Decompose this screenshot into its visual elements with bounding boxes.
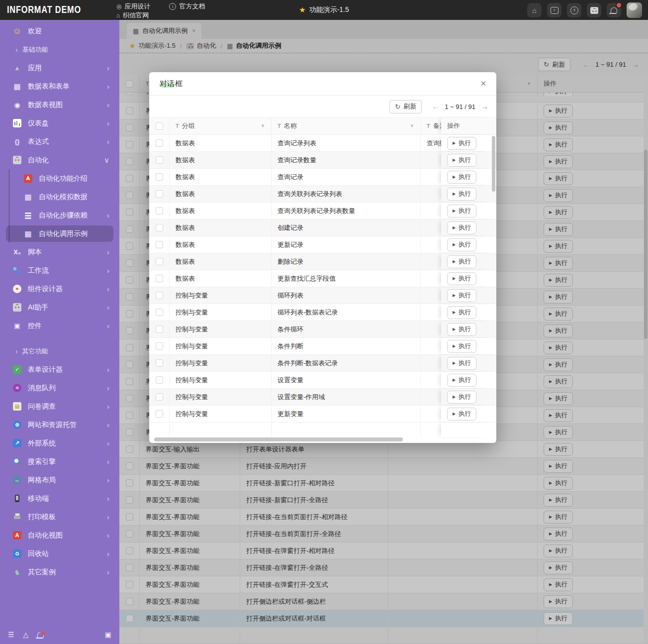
column-dropdown-icon[interactable]: ▼ bbox=[410, 123, 414, 128]
sidebar-item[interactable]: ▦ 自动化调用示例 bbox=[0, 224, 119, 243]
nav-official-docs[interactable]: i 官方文档 bbox=[169, 2, 205, 11]
table-row[interactable]: 控制与变量 循环列表-数据表记录 ▶ 执行 bbox=[149, 304, 496, 321]
sidebar-item[interactable]: 打印模板 › bbox=[0, 508, 119, 526]
execute-button[interactable]: ▶ 执行 bbox=[447, 340, 476, 353]
refresh-button[interactable]: ↻ 刷新 bbox=[389, 100, 422, 113]
row-checkbox[interactable] bbox=[156, 190, 163, 198]
nav-official-site[interactable]: ⌂ 织信官网 bbox=[116, 11, 149, 20]
table-row[interactable]: 数据表 更新查找汇总字段值 ▶ 执行 bbox=[149, 270, 496, 287]
sidebar-item[interactable]: ⊕ 网站和资源托管 › bbox=[0, 416, 119, 434]
sidebar-item[interactable]: A 自动化功能介绍 bbox=[0, 169, 119, 188]
execute-button[interactable]: ▶ 执行 bbox=[447, 188, 476, 201]
sidebar-item[interactable]: 移动端 › bbox=[0, 489, 119, 508]
row-checkbox[interactable] bbox=[156, 325, 163, 333]
sidebar-item[interactable]: ✓ 表单设计器 › bbox=[0, 360, 119, 379]
column-dropdown-icon[interactable]: ▼ bbox=[261, 123, 265, 128]
sidebar-item[interactable]: AI助手 › bbox=[0, 298, 119, 317]
execute-button[interactable]: ▶ 执行 bbox=[447, 408, 476, 421]
assistant-button[interactable] bbox=[587, 3, 601, 17]
sidebar-item[interactable]: A 自动化视图 › bbox=[0, 526, 119, 544]
row-checkbox[interactable] bbox=[156, 376, 163, 384]
table-row[interactable]: 控制与变量 更新变量 ▶ 执行 bbox=[149, 406, 496, 423]
table-row[interactable]: 数据表 查询记录列表 查询数据 ▶ 执行 bbox=[149, 135, 496, 152]
table-row[interactable]: ▶ 执行 bbox=[149, 423, 496, 437]
row-checkbox[interactable] bbox=[156, 207, 163, 215]
sidebar-item[interactable]: {} 表达式 › bbox=[0, 132, 119, 151]
row-checkbox[interactable] bbox=[156, 275, 163, 282]
row-checkbox[interactable] bbox=[156, 241, 163, 248]
menu-icon[interactable]: ☰ bbox=[8, 631, 14, 639]
sidebar-item[interactable]: ▦ 自动化模拟数据 bbox=[0, 188, 119, 206]
sidebar-item[interactable]: ▲ 应用 › bbox=[0, 59, 119, 77]
sidebar-item[interactable]: ↔ 网格布局 › bbox=[0, 471, 119, 489]
help-button[interactable]: ? bbox=[567, 3, 581, 17]
row-checkbox[interactable] bbox=[156, 139, 163, 147]
table-row[interactable]: 数据表 查询记录数量 ▶ 执行 bbox=[149, 152, 496, 169]
select-all-checkbox[interactable] bbox=[156, 122, 163, 130]
row-checkbox[interactable] bbox=[156, 292, 163, 299]
table-row[interactable]: 数据表 更新记录 ▶ 执行 bbox=[149, 236, 496, 253]
execute-button[interactable]: ▶ 执行 bbox=[447, 255, 476, 268]
home-button[interactable]: ⌂ bbox=[527, 3, 542, 17]
row-checkbox[interactable] bbox=[156, 410, 163, 418]
table-row[interactable]: 数据表 查询记录 ▶ 执行 bbox=[149, 169, 496, 186]
sidebar-item[interactable]: ✦ 组件设计器 › bbox=[0, 280, 119, 298]
next-page-icon[interactable]: → bbox=[481, 103, 488, 110]
sidebar-item[interactable]: 自动化 ∨ bbox=[0, 151, 119, 169]
execute-button[interactable]: ▶ 执行 bbox=[447, 137, 476, 150]
collapse-panel-icon[interactable]: ▣ bbox=[105, 631, 111, 639]
execute-button[interactable]: ▶ 执行 bbox=[447, 171, 476, 184]
table-row[interactable]: 数据表 删除记录 ▶ 执行 bbox=[149, 253, 496, 270]
scrollbar-thumb[interactable] bbox=[492, 136, 495, 192]
nav-app-design[interactable]: ◎ 应用设计 bbox=[116, 2, 150, 11]
row-checkbox[interactable] bbox=[156, 173, 163, 181]
sidebar-item[interactable]: ◉ 数据表视图 › bbox=[0, 96, 119, 114]
row-checkbox[interactable] bbox=[156, 342, 163, 350]
sidebar-item[interactable]: 搜索引擎 › bbox=[0, 452, 119, 471]
sidebar-item[interactable]: ▣ 控件 › bbox=[0, 317, 119, 335]
execute-button[interactable]: ▶ 执行 bbox=[447, 238, 476, 251]
sidebar-item[interactable]: ♞ 其它案例 › bbox=[0, 563, 119, 581]
table-row[interactable]: 控制与变量 设置变量-作用域 ▶ 执行 bbox=[149, 389, 496, 406]
execute-button[interactable]: ▶ 执行 bbox=[447, 221, 476, 234]
table-row[interactable]: 数据表 查询关联列表记录列表数量 ▶ 执行 bbox=[149, 203, 496, 219]
table-row[interactable]: 数据表 查询关联列表记录列表 ▶ 执行 bbox=[149, 186, 496, 203]
execute-button[interactable]: ▶ 执行 bbox=[447, 357, 476, 370]
row-checkbox[interactable] bbox=[156, 224, 163, 231]
row-checkbox[interactable] bbox=[156, 156, 163, 164]
sidebar-item[interactable]: › 其它功能 bbox=[0, 342, 119, 360]
table-row[interactable]: 控制与变量 条件判断 ▶ 执行 bbox=[149, 338, 496, 355]
row-checkbox[interactable] bbox=[156, 309, 163, 316]
vertical-scrollbar[interactable] bbox=[492, 118, 495, 436]
user-avatar[interactable] bbox=[627, 2, 642, 18]
sidebar-item[interactable]: 工作流 › bbox=[0, 261, 119, 280]
row-checkbox[interactable] bbox=[156, 258, 163, 265]
table-row[interactable]: 控制与变量 循环列表 ▶ 执行 bbox=[149, 287, 496, 304]
execute-button[interactable]: ▶ 执行 bbox=[447, 391, 476, 404]
sidebar-item[interactable]: ≈ 消息队列 › bbox=[0, 379, 119, 397]
execute-button[interactable]: ▶ 执行 bbox=[447, 374, 476, 387]
sidebar-item[interactable]: ☺ 欢迎 bbox=[0, 22, 119, 40]
notifications-button[interactable] bbox=[607, 3, 621, 17]
row-checkbox[interactable] bbox=[156, 393, 163, 401]
sidebar-item[interactable]: ▦ 数据表和表单 › bbox=[0, 77, 119, 96]
sidebar-item[interactable]: X₂ 脚本 › bbox=[0, 243, 119, 261]
table-row[interactable]: 控制与变量 条件循环 ▶ 执行 bbox=[149, 321, 496, 338]
close-icon[interactable]: ✕ bbox=[480, 79, 486, 88]
execute-button[interactable]: ▶ 执行 bbox=[447, 306, 476, 319]
scrollbar-thumb[interactable] bbox=[154, 437, 403, 441]
execute-button[interactable]: ▶ 执行 bbox=[447, 272, 476, 285]
sidebar-item[interactable]: 仪表盘 › bbox=[0, 114, 119, 132]
sidebar-item[interactable]: › 基础功能 bbox=[0, 40, 119, 59]
triangle-icon[interactable]: △ bbox=[23, 631, 29, 639]
execute-button[interactable]: ▶ 执行 bbox=[447, 323, 476, 336]
sidebar-item[interactable]: ↗ 外部系统 › bbox=[0, 434, 119, 452]
table-row[interactable]: 控制与变量 条件判断-数据表记录 ▶ 执行 bbox=[149, 355, 496, 372]
execute-button[interactable]: ▶ 执行 bbox=[447, 154, 476, 167]
sidebar-notifications[interactable] bbox=[37, 632, 44, 638]
feedback-button[interactable]: ? bbox=[547, 3, 561, 17]
table-row[interactable]: 控制与变量 设置变量 ▶ 执行 bbox=[149, 372, 496, 389]
execute-button[interactable]: ▶ 执行 bbox=[447, 205, 476, 217]
sidebar-item[interactable]: 自动化步骤依赖 › bbox=[0, 206, 119, 224]
prev-page-icon[interactable]: ← bbox=[432, 103, 439, 110]
